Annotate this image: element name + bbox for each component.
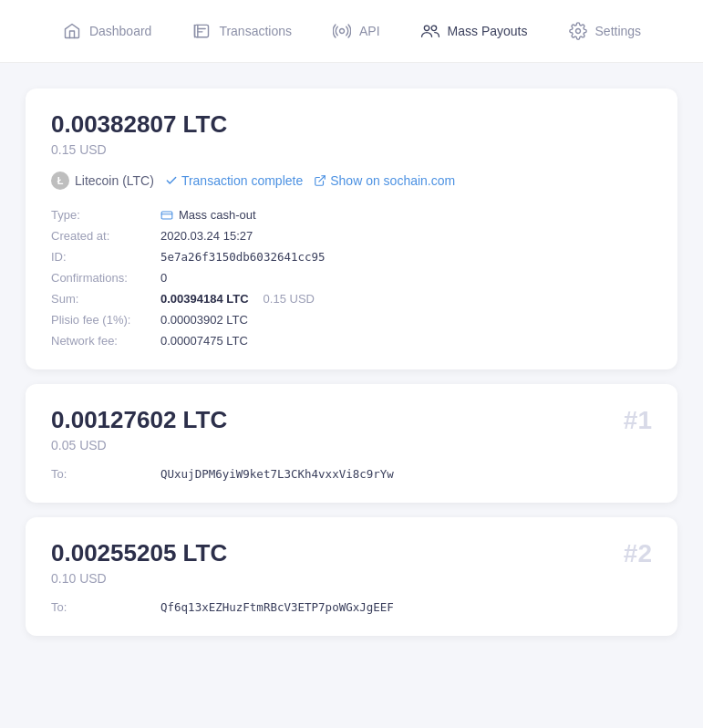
nav-label-dashboard: Dashboard — [89, 24, 152, 38]
external-link-icon — [314, 174, 326, 187]
cashout-icon — [160, 209, 173, 222]
sum-value: 0.00394184 LTC 0.15 USD — [160, 292, 652, 306]
nav-item-mass-payouts[interactable]: Mass Payouts — [417, 14, 532, 48]
network-fee-value: 0.00007475 LTC — [160, 334, 652, 348]
card-number-1: #1 — [624, 406, 652, 435]
sub2-usd: 0.10 USD — [51, 571, 652, 586]
nav-item-dashboard[interactable]: Dashboard — [58, 14, 156, 48]
svg-point-6 — [424, 26, 429, 31]
svg-rect-10 — [161, 211, 172, 218]
nav-item-settings[interactable]: Settings — [564, 14, 646, 48]
check-icon — [165, 174, 178, 187]
svg-point-7 — [431, 26, 437, 31]
details-grid: Type: Mass cash-out Created at: 2020.03.… — [51, 208, 652, 348]
id-value: 5e7a26f3150db6032641cc95 — [160, 250, 652, 264]
sub2-to-label: To: — [51, 600, 160, 614]
id-label: ID: — [51, 250, 160, 264]
sub2-to-address: Qf6q13xEZHuzFtmRBcV3ETP7poWGxJgEEF — [160, 600, 652, 614]
transaction-status: Transaction complete — [165, 173, 303, 188]
sub1-to-row: To: QUxujDPM6yiW9ket7L3CKh4vxxVi8c9rYw — [51, 467, 652, 481]
created-value: 2020.03.24 15:27 — [160, 229, 652, 243]
nav-item-transactions[interactable]: Transactions — [188, 14, 295, 48]
type-label: Type: — [51, 208, 160, 222]
sub2-amount: 0.00255205 LTC — [51, 539, 652, 567]
home-icon — [62, 21, 82, 41]
svg-point-5 — [340, 29, 345, 34]
main-usd: 0.15 USD — [51, 142, 652, 157]
svg-line-9 — [319, 176, 325, 182]
sub2-to-row: To: Qf6q13xEZHuzFtmRBcV3ETP7poWGxJgEEF — [51, 600, 652, 614]
svg-point-8 — [575, 29, 580, 34]
status-row: Ł Litecoin (LTC) Transaction complete Sh… — [51, 172, 652, 190]
nav-label-mass-payouts: Mass Payouts — [448, 24, 528, 38]
nav-label-settings: Settings — [595, 24, 642, 38]
sum-label: Sum: — [51, 292, 160, 306]
main-content: 0.00382807 LTC 0.15 USD Ł Litecoin (LTC)… — [0, 63, 703, 661]
type-value: Mass cash-out — [160, 208, 652, 222]
nav-label-transactions: Transactions — [219, 24, 292, 38]
api-icon — [332, 21, 352, 41]
status-label: Transaction complete — [181, 173, 303, 188]
currency-badge: Ł Litecoin (LTC) — [51, 172, 154, 190]
nav-label-api: API — [359, 24, 380, 38]
sub-card-1: #1 0.00127602 LTC 0.05 USD To: QUxujDPM6… — [26, 384, 677, 503]
sum-usd: 0.15 USD — [264, 292, 315, 306]
navigation: Dashboard Transactions API — [0, 0, 703, 63]
plisio-fee-value: 0.00003902 LTC — [160, 313, 652, 327]
sub1-usd: 0.05 USD — [51, 438, 652, 452]
svg-rect-0 — [195, 25, 209, 36]
card-number-2: #2 — [624, 539, 652, 568]
sochain-label: Show on sochain.com — [330, 173, 455, 188]
sub1-to-label: To: — [51, 467, 160, 481]
mass-payouts-icon — [420, 21, 440, 41]
sub1-amount: 0.00127602 LTC — [51, 406, 652, 434]
plisio-fee-label: Plisio fee (1%): — [51, 313, 160, 327]
nav-item-api[interactable]: API — [328, 14, 384, 48]
sum-ltc: 0.00394184 LTC — [160, 292, 249, 306]
sub-card-2: #2 0.00255205 LTC 0.10 USD To: Qf6q13xEZ… — [26, 517, 677, 636]
settings-icon — [568, 21, 588, 41]
network-fee-label: Network fee: — [51, 334, 160, 348]
main-amount: 0.00382807 LTC — [51, 110, 652, 139]
main-transaction-card: 0.00382807 LTC 0.15 USD Ł Litecoin (LTC)… — [26, 88, 677, 369]
sub1-to-address: QUxujDPM6yiW9ket7L3CKh4vxxVi8c9rYw — [160, 467, 652, 481]
created-label: Created at: — [51, 229, 160, 243]
currency-label: Litecoin (LTC) — [75, 173, 154, 188]
sochain-link[interactable]: Show on sochain.com — [314, 173, 455, 188]
confirmations-value: 0 — [160, 271, 652, 285]
ltc-icon: Ł — [51, 172, 69, 190]
transactions-icon — [191, 21, 212, 41]
confirmations-label: Confirmations: — [51, 271, 160, 285]
